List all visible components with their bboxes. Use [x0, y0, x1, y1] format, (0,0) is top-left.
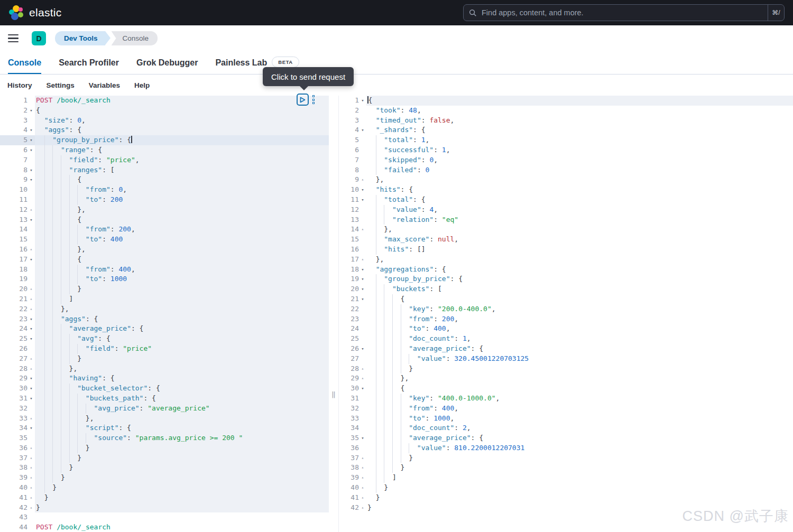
code-content[interactable]: { [35, 106, 329, 116]
code-line[interactable]: 26▾"average_price": { [339, 344, 793, 354]
code-content[interactable]: "group_by_price": { [366, 274, 793, 284]
code-content[interactable]: "skipped": 0, [366, 155, 793, 165]
request-editor[interactable]: 1POST /book/_search2▾{3"size": 0,4▾"aggs… [0, 96, 329, 532]
code-content[interactable]: ] [366, 473, 793, 483]
code-content[interactable]: "relation": "eq" [366, 215, 793, 225]
fold-toggle-icon[interactable]: ▾ [27, 394, 35, 404]
global-search-bar[interactable]: ⌘/ [463, 4, 785, 21]
code-content[interactable]: }, [366, 255, 793, 265]
code-line[interactable]: 28▴} [339, 364, 793, 374]
code-content[interactable]: "key": "200.0-400.0", [366, 304, 793, 314]
fold-toggle-icon[interactable]: ▴ [359, 503, 366, 513]
code-content[interactable]: } [35, 493, 329, 503]
code-content[interactable]: "field": "price", [35, 155, 329, 165]
fold-toggle-icon[interactable]: ▾ [27, 215, 35, 225]
code-line[interactable]: 37▴} [339, 453, 793, 463]
code-content[interactable]: "from": 0, [35, 185, 329, 195]
code-line[interactable]: 2▾{ [0, 106, 329, 116]
code-content[interactable]: }, [35, 304, 329, 314]
code-line[interactable]: 35"source": "params.avg_price >= 200 " [0, 433, 329, 443]
code-line[interactable]: 17▾{ [0, 255, 329, 265]
code-line[interactable]: 39▴] [339, 473, 793, 483]
code-content[interactable]: { [35, 255, 329, 265]
menu-variables[interactable]: Variables [89, 81, 120, 89]
code-line[interactable]: 33"to": 1000, [339, 414, 793, 424]
fold-toggle-icon[interactable]: ▴ [27, 473, 35, 483]
code-content[interactable]: } [35, 503, 329, 513]
code-content[interactable]: }, [366, 175, 793, 185]
code-line[interactable]: 25▾"avg": { [0, 334, 329, 344]
code-content[interactable]: } [35, 473, 329, 483]
code-line[interactable]: 32"from": 400, [339, 404, 793, 414]
code-line[interactable]: 15"max_score": null, [339, 235, 793, 245]
global-search-input[interactable] [481, 8, 768, 17]
code-content[interactable]: }, [35, 414, 329, 424]
code-line[interactable]: 18"from": 400, [0, 265, 329, 275]
code-content[interactable]: }, [35, 205, 329, 215]
code-content[interactable]: } [366, 453, 793, 463]
code-line[interactable]: 38▴} [339, 463, 793, 473]
splitter-handle-icon[interactable]: ‖ [331, 390, 336, 398]
tab-console[interactable]: Console [8, 51, 41, 74]
code-line[interactable]: 15"to": 400 [0, 235, 329, 245]
menu-help[interactable]: Help [134, 81, 150, 89]
code-content[interactable]: "to": 400, [366, 324, 793, 334]
code-content[interactable]: "buckets": [ [366, 284, 793, 294]
code-content[interactable]: "key": "400.0-1000.0", [366, 394, 793, 404]
fold-toggle-icon[interactable]: ▾ [27, 135, 35, 145]
code-content[interactable]: }, [35, 364, 329, 374]
code-line[interactable]: 39▴} [0, 473, 329, 483]
code-content[interactable]: }, [35, 245, 329, 255]
fold-toggle-icon[interactable]: ▾ [359, 274, 366, 284]
code-content[interactable]: "avg_price": "average_price" [35, 404, 329, 414]
code-content[interactable]: "average_price": { [366, 344, 793, 354]
fold-toggle-icon[interactable]: ▾ [359, 433, 366, 443]
code-line[interactable]: 22▴}, [0, 304, 329, 314]
code-content[interactable]: "from": 200, [35, 225, 329, 235]
code-content[interactable]: } [366, 364, 793, 374]
code-line[interactable]: 34"doc_count": 2, [339, 423, 793, 433]
fold-toggle-icon[interactable]: ▾ [27, 165, 35, 175]
panel-splitter[interactable]: ‖ [329, 96, 338, 532]
fold-toggle-icon[interactable]: ▴ [27, 294, 35, 304]
fold-toggle-icon[interactable]: ▾ [27, 314, 35, 324]
code-content[interactable]: "bucket_selector": { [35, 384, 329, 394]
code-line[interactable]: 3"size": 0, [0, 116, 329, 126]
fold-toggle-icon[interactable]: ▴ [27, 463, 35, 473]
code-line[interactable]: 43 [0, 512, 329, 522]
code-content[interactable]: { [366, 294, 793, 304]
code-content[interactable]: "to": 1000 [35, 274, 329, 284]
code-line[interactable]: 11"to": 200 [0, 195, 329, 205]
code-content[interactable]: "successful": 1, [366, 145, 793, 155]
code-content[interactable]: "aggregations": { [366, 265, 793, 275]
code-line[interactable]: 40▴} [0, 483, 329, 493]
menu-history[interactable]: History [7, 81, 32, 89]
fold-toggle-icon[interactable]: ▾ [27, 324, 35, 334]
code-content[interactable]: }, [366, 225, 793, 235]
fold-toggle-icon[interactable]: ▾ [359, 96, 366, 106]
code-content[interactable]: } [366, 493, 793, 503]
fold-toggle-icon[interactable]: ▴ [359, 493, 366, 503]
code-content[interactable]: "ranges": [ [35, 165, 329, 175]
send-request-button[interactable] [297, 94, 309, 106]
menu-settings[interactable]: Settings [47, 81, 75, 89]
code-line[interactable]: 20▾"buckets": [ [339, 284, 793, 294]
code-content[interactable]: "doc_count": 1, [366, 334, 793, 344]
fold-toggle-icon[interactable]: ▾ [359, 265, 366, 275]
code-line[interactable]: 23▾"aggs": { [0, 314, 329, 324]
code-line[interactable]: 9▴}, [339, 175, 793, 185]
code-content[interactable]: "total": 1, [366, 135, 793, 145]
code-content[interactable]: "average_price": { [366, 433, 793, 443]
code-line[interactable]: 27▴} [0, 354, 329, 364]
code-content[interactable]: "from": 200, [366, 314, 793, 324]
code-line[interactable]: 21▾{ [339, 294, 793, 304]
code-content[interactable]: "buckets_path": { [35, 394, 329, 404]
menu-hamburger-icon[interactable] [8, 34, 19, 43]
code-line[interactable]: 12"value": 4, [339, 205, 793, 215]
code-content[interactable]: "range": { [35, 145, 329, 155]
code-content[interactable]: "field": "price" [35, 344, 329, 354]
code-content[interactable]: "average_price": { [35, 324, 329, 334]
code-line[interactable]: 26"field": "price" [0, 344, 329, 354]
fold-toggle-icon[interactable]: ▴ [27, 205, 35, 215]
code-content[interactable]: } [35, 483, 329, 493]
